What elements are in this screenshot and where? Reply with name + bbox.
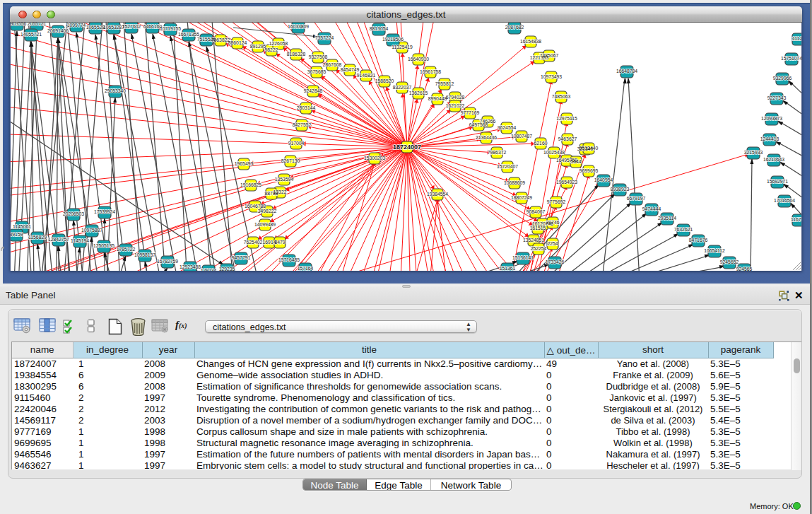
svg-text:2254: 2254 — [547, 241, 558, 246]
svg-text:252254: 252254 — [531, 246, 547, 251]
svg-text:8479: 8479 — [274, 240, 285, 245]
svg-text:14055721: 14055721 — [20, 32, 42, 37]
svg-text:16154838: 16154838 — [520, 39, 541, 44]
svg-text:1145061: 1145061 — [13, 224, 31, 229]
svg-text:9513440: 9513440 — [579, 146, 599, 151]
svg-text:9227343: 9227343 — [767, 95, 787, 100]
svg-text:2935114: 2935114 — [658, 216, 676, 221]
svg-text:1226058: 1226058 — [269, 41, 288, 46]
svg-text:151361: 151361 — [500, 266, 516, 271]
svg-text:6497568: 6497568 — [469, 122, 488, 127]
svg-text:1640954: 1640954 — [594, 177, 613, 182]
svg-text:10688609: 10688609 — [504, 180, 525, 185]
svg-text:12975115: 12975115 — [556, 116, 577, 121]
svg-text:917004: 917004 — [288, 141, 305, 146]
svg-text:129234: 129234 — [201, 268, 217, 271]
svg-text:8990448: 8990448 — [428, 96, 447, 101]
svg-text:21364436: 21364436 — [476, 135, 497, 140]
svg-text:8471676: 8471676 — [689, 238, 708, 243]
svg-text:8938923: 8938923 — [611, 187, 630, 192]
svg-text:3675685: 3675685 — [307, 69, 326, 74]
svg-text:1065528: 1065528 — [86, 25, 105, 30]
svg-text:6794028: 6794028 — [446, 95, 465, 100]
svg-text:7955812: 7955812 — [435, 81, 454, 86]
svg-text:29053340: 29053340 — [105, 88, 126, 93]
svg-text:3498222: 3498222 — [258, 209, 277, 214]
svg-text:11122: 11122 — [792, 36, 801, 41]
svg-text:15692971: 15692971 — [767, 179, 788, 184]
svg-text:62160: 62160 — [534, 141, 548, 146]
svg-text:18807249: 18807249 — [511, 195, 532, 200]
svg-text:7485063: 7485063 — [552, 94, 571, 99]
svg-text:9474444: 9474444 — [642, 206, 661, 211]
svg-text:1362615: 1362615 — [409, 90, 428, 95]
svg-text:891295: 891295 — [250, 44, 266, 49]
svg-text:16782759: 16782759 — [157, 259, 178, 264]
svg-text:10975887: 10975887 — [81, 228, 102, 233]
svg-text:9242848: 9242848 — [304, 88, 323, 93]
svg-text:1965493: 1965493 — [235, 161, 254, 166]
svg-text:7986372: 7986372 — [488, 150, 507, 155]
svg-text:161515: 161515 — [530, 226, 546, 230]
svg-text:2803144: 2803144 — [297, 105, 316, 110]
svg-text:16033809: 16033809 — [288, 24, 309, 29]
svg-text:20691406: 20691406 — [47, 28, 69, 33]
svg-text:1244418: 1244418 — [760, 136, 779, 141]
svg-text:16961758: 16961758 — [420, 69, 441, 74]
svg-text:1353594: 1353594 — [275, 177, 294, 182]
svg-text:12923488: 12923488 — [180, 264, 201, 269]
svg-text:5644: 5644 — [570, 159, 581, 164]
svg-text:9146821: 9146821 — [357, 73, 376, 78]
svg-text:8427552: 8427552 — [293, 122, 312, 127]
svg-text:15136141: 15136141 — [512, 255, 534, 260]
svg-text:19218506: 19218506 — [382, 37, 404, 42]
svg-text:9775692: 9775692 — [547, 199, 566, 204]
svg-text:14099489: 14099489 — [254, 222, 276, 227]
svg-text:10973493: 10973493 — [541, 74, 562, 79]
svg-text:16648784: 16648784 — [616, 69, 637, 74]
svg-text:1527602: 1527602 — [122, 24, 141, 29]
svg-text:8322037: 8322037 — [393, 85, 412, 90]
svg-text:7515526: 7515526 — [197, 37, 216, 42]
svg-text:8813054: 8813054 — [370, 26, 389, 31]
svg-text:1099774: 1099774 — [67, 23, 86, 28]
svg-text:10653287: 10653287 — [103, 25, 124, 30]
svg-text:9699695: 9699695 — [579, 168, 599, 173]
svg-text:8860124: 8860124 — [228, 40, 247, 45]
svg-text:16640910: 16640910 — [408, 57, 429, 62]
svg-text:12505135: 12505135 — [93, 243, 114, 248]
svg-text:7357224: 7357224 — [315, 35, 334, 40]
svg-text:1588520: 1588520 — [375, 78, 394, 83]
svg-text:13524851: 13524851 — [523, 238, 544, 243]
svg-text:10807487: 10807487 — [511, 134, 532, 139]
svg-text:9457791: 9457791 — [232, 255, 251, 260]
svg-text:15300203: 15300203 — [364, 156, 385, 160]
svg-text:19384554: 19384554 — [427, 192, 448, 197]
svg-text:9084067: 9084067 — [526, 209, 546, 214]
svg-text:3624554: 3624554 — [498, 125, 517, 130]
svg-text:6679197: 6679197 — [627, 196, 646, 201]
svg-text:19166825: 19166825 — [240, 182, 261, 187]
svg-text:10654112: 10654112 — [704, 248, 725, 253]
svg-text:116753: 116753 — [791, 217, 801, 222]
svg-text:8267130: 8267130 — [281, 158, 300, 163]
svg-text:20206503: 20206503 — [63, 211, 84, 216]
svg-text:16671355: 16671355 — [178, 32, 199, 37]
svg-text:16046788: 16046788 — [245, 204, 266, 209]
svg-text:12093873: 12093873 — [761, 116, 782, 121]
svg-text:17016504: 17016504 — [774, 198, 795, 203]
svg-text:19654923: 19654923 — [556, 180, 577, 185]
svg-text:9245652: 9245652 — [720, 259, 739, 264]
svg-text:924565: 924565 — [736, 267, 753, 271]
svg-text:98222: 98222 — [265, 47, 278, 52]
svg-text:88788: 88788 — [265, 191, 278, 196]
svg-text:1785722: 1785722 — [117, 247, 136, 252]
svg-text:15720407: 15720407 — [497, 164, 518, 169]
svg-text:2087682: 2087682 — [505, 25, 524, 30]
svg-text:18724007: 18724007 — [393, 144, 421, 151]
svg-text:15716485: 15716485 — [278, 257, 300, 262]
svg-text:8186328: 8186328 — [287, 52, 306, 57]
svg-text:7632621: 7632621 — [674, 227, 693, 232]
svg-text:8454749: 8454749 — [341, 67, 360, 72]
svg-text:9327508: 9327508 — [309, 54, 328, 59]
